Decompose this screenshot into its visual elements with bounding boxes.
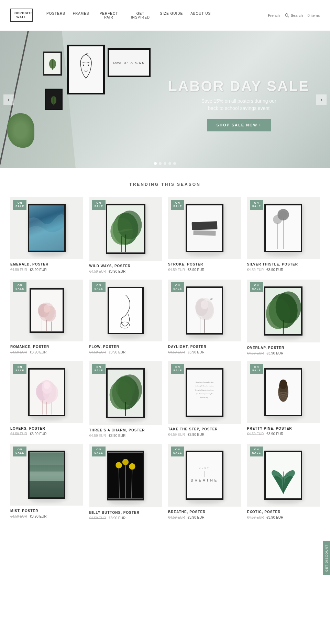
product-card-silver-thistle[interactable]: ONSALE SILVER THISTLE,: [247, 197, 320, 273]
product-card-wild-ways[interactable]: ONSALE: [89, 197, 162, 273]
sale-badge: ONSALE: [250, 364, 263, 374]
product-card-daylight[interactable]: ONSALE: [168, 280, 241, 355]
sale-badge: ONSALE: [13, 447, 26, 456]
product-name: TAKE THE STEP, POSTER: [168, 427, 241, 431]
sale-badge: ONSALE: [171, 364, 184, 374]
svg-point-4: [83, 65, 84, 66]
trending-title: TRENDING THIS SEASON: [10, 182, 320, 187]
nav-size-guide[interactable]: SIZE GUIDE: [160, 9, 183, 18]
product-name: DAYLIGHT, POSTER: [168, 345, 241, 349]
product-card-emerald[interactable]: ONSALE EMERALD, POSTER €4.59 EUR €3.90 E…: [10, 197, 83, 273]
product-name: PRETTY PINE, POSTER: [247, 427, 320, 430]
sale-badge: ONSALE: [92, 200, 106, 210]
language-selector[interactable]: French: [268, 13, 279, 18]
sale-badge: ONSALE: [92, 364, 106, 374]
hero-dot-1[interactable]: [154, 162, 157, 165]
product-price: €4.59 EUR €3.90 EUR: [247, 516, 320, 519]
svg-point-30: [44, 305, 50, 313]
product-name: MIST, POSTER: [10, 509, 83, 513]
svg-point-5: [88, 65, 89, 66]
product-card-exotic[interactable]: ONSALE: [247, 444, 320, 520]
hero-subtitle: Save 15% on all posters during ourback t…: [168, 98, 309, 112]
nav-about-us[interactable]: ABOUT US: [190, 9, 211, 18]
product-price: €4.59 EUR €3.90 EUR: [10, 432, 83, 436]
nav-frames[interactable]: FRAMES: [73, 9, 89, 18]
svg-point-69: [279, 380, 287, 389]
hero-dot-2[interactable]: [159, 162, 162, 165]
svg-text:BREATHE: BREATHE: [191, 479, 218, 483]
product-name: WILD WAYS, POSTER: [89, 264, 162, 268]
main-nav: POSTERS FRAMES PERFECT PAIR GET INSPIRED…: [33, 9, 268, 22]
product-card-romance[interactable]: ONSALE: [10, 280, 83, 355]
hero-dot-4[interactable]: [168, 162, 171, 165]
product-name: OVERLAP, POSTER: [247, 346, 320, 350]
svg-text:in the right direction ends up: in the right direction ends up: [195, 385, 214, 387]
product-card-overlap[interactable]: ONSALE OVERLAP, POSTER: [247, 280, 320, 355]
svg-rect-71: [30, 472, 64, 481]
product-price: €4.59 EUR €3.90 EUR: [89, 434, 162, 438]
product-card-take-the-step[interactable]: ONSALE Sometimes the smallest step in th…: [168, 361, 241, 438]
svg-point-22: [273, 215, 282, 224]
sale-badge: ONSALE: [171, 447, 184, 456]
sale-badge: ONSALE: [92, 282, 106, 292]
hero-dot-3[interactable]: [164, 162, 166, 165]
svg-rect-16: [193, 230, 216, 236]
svg-point-79: [122, 459, 129, 465]
product-price: €4.59 EUR €3.90 EUR: [89, 270, 162, 273]
sale-badge: ONSALE: [250, 200, 263, 210]
product-price: €4.59 EUR €3.90 EUR: [247, 268, 320, 272]
product-price: €4.59 EUR €3.90 EUR: [168, 350, 241, 354]
sale-badge: ONSALE: [13, 200, 26, 210]
product-name: THREE'S A CHARM, POSTER: [89, 428, 162, 432]
product-card-threes-charm[interactable]: ONSALE THREE'S A CHARM: [89, 361, 162, 438]
svg-rect-72: [30, 452, 64, 465]
nav-posters[interactable]: POSTERS: [46, 9, 65, 18]
product-name: ROMANCE, POSTER: [10, 345, 83, 349]
hero-text-block: LABOR DAY SALE Save 15% on all posters d…: [168, 78, 309, 131]
product-price: €4.59 EUR €3.90 EUR: [168, 433, 241, 437]
product-card-flow[interactable]: ONSALE FLOW, POSTER €4.59 EUR: [89, 280, 162, 355]
search-area[interactable]: Search: [285, 13, 303, 18]
product-name: LOVERS, POSTER: [10, 427, 83, 430]
product-name: BREATHE, POSTER: [168, 510, 241, 514]
nav-perfect-pair[interactable]: PERFECT PAIR: [97, 9, 121, 22]
hero-dot-5[interactable]: [173, 162, 176, 165]
product-name: FLOW, POSTER: [89, 345, 162, 349]
sale-badge: ONSALE: [250, 282, 263, 292]
hero-next-arrow[interactable]: ›: [316, 94, 327, 105]
products-grid: ONSALE EMERALD, POSTER €4.59 EUR €3.90 E…: [10, 197, 320, 520]
header-right: French Search 0 items: [268, 13, 320, 18]
svg-point-43: [276, 291, 301, 323]
logo[interactable]: OPPOSITE WALL: [10, 9, 33, 22]
svg-point-0: [285, 13, 288, 16]
hero-title: LABOR DAY SALE: [168, 78, 309, 94]
product-name: BILLY BUTTONS, POSTER: [89, 511, 162, 515]
hero-banner: ONE OF A KIND LABOR DAY SALE Save 15% on…: [0, 31, 330, 168]
svg-line-1: [287, 16, 289, 17]
product-card-breathe[interactable]: ONSALE JUST BREATHE BREATHE, POSTER €4.: [168, 444, 241, 520]
product-card-stroke[interactable]: ONSALE STROKE, POSTER €4.59 EUR €3.90 EU…: [168, 197, 241, 273]
cart-count[interactable]: 0 items: [308, 13, 320, 18]
product-price: €4.59 EUR €3.90 EUR: [247, 432, 320, 436]
product-card-billy-buttons[interactable]: ONSALE: [89, 444, 162, 520]
product-card-pretty-pine[interactable]: ONSALE: [247, 361, 320, 438]
nav-get-inspired[interactable]: GET INSPIRED: [128, 9, 152, 22]
svg-point-39: [201, 300, 208, 309]
site-header: OPPOSITE WALL POSTERS FRAMES PERFECT PAI…: [0, 0, 330, 31]
product-card-mist[interactable]: ONSALE: [10, 444, 83, 520]
sale-badge: ONSALE: [171, 282, 184, 292]
product-card-lovers[interactable]: ONSALE: [10, 361, 83, 438]
product-price: €4.59 EUR €3.90 EUR: [89, 350, 162, 354]
sale-badge: ONSALE: [13, 364, 26, 374]
product-price: €4.59 EUR €3.90 EUR: [10, 515, 83, 518]
product-name: STROKE, POSTER: [168, 262, 241, 266]
art-cluster: ONE OF A KIND: [67, 45, 105, 94]
product-name: EXOTIC, POSTER: [247, 510, 320, 514]
svg-text:take the step.: take the step.: [200, 397, 209, 398]
hero-prev-arrow[interactable]: ‹: [3, 94, 14, 105]
search-label[interactable]: Search: [291, 13, 303, 18]
search-icon: [285, 13, 289, 18]
product-price: €4.59 EUR €3.90 EUR: [247, 351, 320, 355]
svg-point-80: [129, 463, 135, 470]
hero-cta-button[interactable]: SHOP SALE NOW ›: [207, 119, 271, 132]
